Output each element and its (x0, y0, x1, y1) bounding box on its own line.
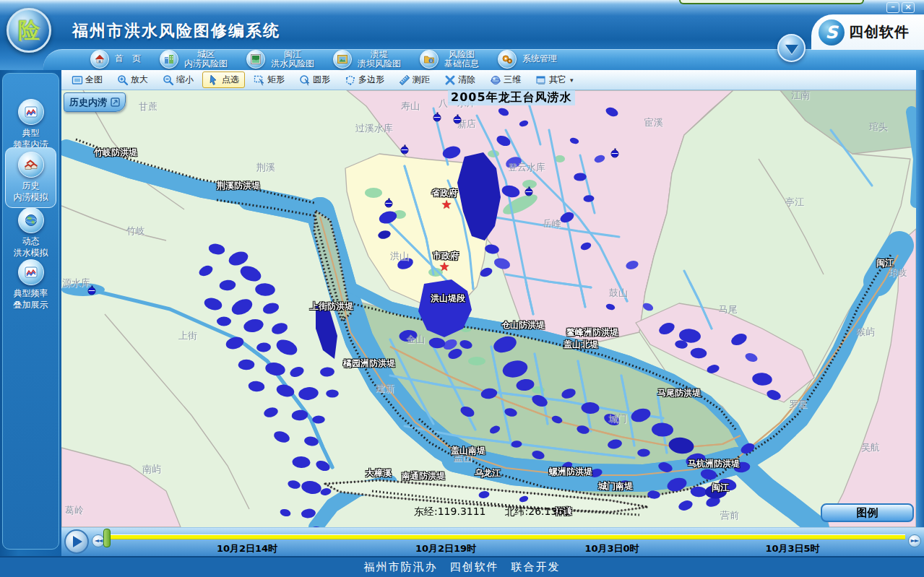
brand-name: 四创软件 (849, 22, 910, 42)
tool-10-sphere[interactable]: 三维 (484, 71, 527, 88)
map-label: 洪山 (390, 250, 409, 263)
tool-9-clear[interactable]: 清除 (439, 71, 481, 88)
nav-item-2[interactable]: 城区内涝风险图 (160, 50, 228, 69)
map-label: 鳌峰洲防洪堤 (566, 326, 618, 339)
map-label: 罗星 (789, 398, 808, 411)
timeline-track[interactable] (108, 534, 905, 539)
tool-label: 缩小 (176, 74, 194, 86)
map-label: 上街 (178, 329, 197, 342)
map-label: 大樟溪 (366, 467, 392, 480)
sidebar-item-4[interactable]: 典型频率叠加展示 (5, 256, 56, 315)
tool-11-other[interactable]: 其它▾ (530, 71, 579, 88)
map-label: 竹岐防洪堤 (94, 147, 137, 159)
close-button[interactable]: × (902, 2, 915, 13)
play-icon (73, 536, 82, 547)
map-label: 盖山南堤 (451, 445, 485, 457)
map-label: 竹岐 (126, 225, 145, 238)
map-label: 荆溪防洪堤 (217, 180, 260, 192)
tool-label: 矩形 (267, 74, 285, 86)
rect-select-icon (254, 74, 265, 86)
timeline-slider-handle[interactable] (103, 529, 111, 547)
star-icon: ★ (439, 259, 449, 274)
map-label: 吴航 (861, 441, 880, 454)
chevron-down-icon (785, 45, 798, 54)
houses-icon (18, 152, 44, 178)
history-flood-tab[interactable]: 历史内涝 (64, 92, 126, 112)
sidebar-item-label: 历史内涝模拟 (6, 180, 56, 203)
nav-item-label: 城区内涝风险图 (184, 50, 228, 69)
legend-button[interactable]: 图例 (821, 503, 914, 522)
map-label: 螺洲防洪堤 (549, 466, 592, 478)
tool-1-fullmap[interactable]: 全图 (66, 71, 108, 88)
nav-item-6[interactable]: 系统管理 (498, 50, 557, 69)
tool-5-rect-select[interactable]: 矩形 (248, 71, 290, 88)
map-label: 营前 (720, 509, 739, 522)
collapse-icon (111, 97, 120, 107)
chart-wave-icon (18, 259, 44, 285)
picture-icon (333, 50, 352, 69)
map-label: 宦溪 (644, 116, 663, 129)
map-viewport[interactable]: 历史内涝 2005年龙王台风涝水 东经:119.3111北纬:26.1361 图… (61, 90, 916, 527)
minimize-button[interactable]: – (886, 2, 899, 13)
map-label: 仓山防洪堤 (501, 319, 545, 331)
tool-label: 其它 (549, 74, 566, 86)
nav-item-3[interactable]: 闽江洪水风险图 (246, 50, 314, 69)
map-frame-icon (246, 50, 265, 69)
tool-4-pointer[interactable]: 点选 (202, 71, 245, 88)
app-logo-badge: 险 (7, 8, 51, 53)
home-icon (90, 50, 109, 69)
app-logo-char: 险 (18, 16, 40, 45)
sidebar-item-2[interactable]: 历史内涝模拟 (5, 147, 56, 208)
sidebar-item-1[interactable]: 典型频率内涝 (5, 95, 56, 155)
map-label: 橘园洲防洪堤 (343, 357, 395, 370)
reservoir-icon (525, 188, 533, 196)
map-label: 建新 (376, 382, 394, 395)
gears-icon (498, 50, 517, 69)
map-label: 过溪水库 (355, 122, 393, 135)
reservoir-icon (401, 147, 409, 155)
play-button[interactable] (64, 529, 89, 554)
tool-3-zoom-out[interactable]: 缩小 (157, 71, 199, 88)
timeline-tick: 10月3日0时 (584, 542, 639, 555)
tool-label: 清除 (458, 74, 475, 86)
map-label: 闽江 (876, 257, 894, 269)
map-label: 马杭洲防洪堤 (688, 458, 740, 470)
polygon-select-icon (345, 74, 356, 86)
map-label: 马尾 (719, 303, 738, 316)
map-label: 琯头 (869, 121, 888, 134)
main-nav: 首 页城区内涝风险图闽江洪水风险图溃堤溃坝风险图i风险图基础信息系统管理 (90, 48, 557, 70)
folder-icon: i (420, 50, 439, 69)
sidebar: 典型频率内涝历史内涝模拟动态洪水模拟典型频率叠加展示 (0, 70, 61, 556)
tool-label: 多边形 (358, 74, 384, 86)
tool-2-zoom-in[interactable]: 放大 (111, 71, 154, 88)
tool-label: 放大 (131, 74, 148, 86)
credits-text: 福州市防汛办 四创软件 联合开发 (364, 560, 561, 574)
tool-6-circle-select[interactable]: 圆形 (293, 71, 336, 88)
map-label: 马尾防洪堤 (657, 387, 701, 399)
pointer-icon (208, 74, 220, 86)
other-icon (535, 74, 547, 86)
timeline-tick: 10月2日14时 (217, 542, 277, 555)
nav-collapse-button[interactable] (777, 34, 806, 62)
tool-7-polygon-select[interactable]: 多边形 (339, 71, 390, 88)
map-label: 登云水库 (508, 161, 545, 174)
nav-item-1[interactable]: 首 页 (90, 50, 141, 69)
tool-label: 圆形 (313, 74, 330, 86)
chart-wave-icon (18, 99, 44, 125)
map-title: 2005年龙王台风涝水 (448, 90, 575, 105)
map-label: 乌龙江 (475, 467, 501, 480)
map-label: 亭江 (785, 196, 804, 209)
tooltip-remnant (679, 0, 864, 4)
map-label: 城门 (608, 412, 627, 425)
map-label: 洪山堤段 (431, 292, 465, 305)
timeline-tick: 10月2日19时 (415, 542, 476, 555)
fast-forward-button[interactable]: ►► (908, 534, 921, 547)
tool-8-ruler[interactable]: 测距 (393, 71, 436, 88)
map-label: 南通防洪堤 (402, 470, 445, 482)
nav-item-5[interactable]: i风险图基础信息 (420, 50, 479, 69)
buildings-icon (160, 50, 178, 69)
sidebar-item-3[interactable]: 动态洪水模拟 (5, 204, 56, 263)
latitude-value: 北纬:26.1361 (505, 506, 571, 517)
nav-item-4[interactable]: 溃堤溃坝风险图 (333, 50, 401, 69)
circle-select-icon (299, 74, 311, 86)
